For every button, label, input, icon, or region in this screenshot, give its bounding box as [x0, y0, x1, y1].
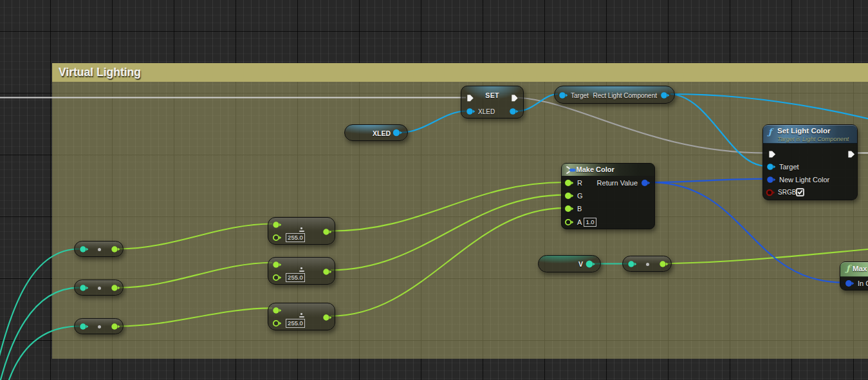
slc-srgb-pin[interactable] [766, 189, 777, 196]
exec-in-pin[interactable] [466, 94, 475, 102]
div1-b-value[interactable]: 255.0 [286, 233, 305, 242]
node-divide-b[interactable]: 255.0 [268, 303, 335, 330]
comment-box-title[interactable]: Virtual Lighting [52, 63, 868, 82]
conversion-dot-icon [98, 287, 101, 290]
blueprint-graph: Virtual Lighting SET XLED [0, 0, 868, 380]
get-v-output-pin[interactable] [586, 260, 596, 268]
node-get-rect-light-component[interactable]: Target Rect Light Component [554, 86, 675, 104]
divide-icon-bar [299, 271, 305, 272]
get-xled-label: XLED [373, 129, 391, 137]
node-conv-int-float-2[interactable] [74, 280, 124, 296]
mc-header: Make Color [562, 164, 654, 176]
get-v-label: V [578, 260, 583, 268]
div2-a-pin[interactable] [272, 261, 283, 269]
comment-title-text: Virtual Lighting [59, 66, 141, 79]
convv-in-pin[interactable] [627, 260, 638, 268]
mc-g-pin[interactable] [564, 192, 575, 200]
mc-a-value[interactable]: 1.0 [584, 218, 596, 227]
set-output-pin[interactable] [509, 108, 520, 115]
node-max-float[interactable]: ƒ Max (float) In Color [840, 261, 868, 290]
max-header: ƒ Max (float) [840, 262, 868, 277]
rect-target-label: Target [571, 92, 589, 100]
divide-icon-bar [299, 316, 305, 318]
conv2-in-pin[interactable] [79, 284, 90, 292]
node-get-v[interactable]: V [538, 255, 601, 272]
conversion-dot-icon [646, 263, 649, 266]
xled-input-label: XLED [478, 108, 495, 116]
slc-new-light-color-pin[interactable] [766, 176, 777, 184]
slc-srgb-label: SRGB [778, 189, 796, 196]
srgb-checkbox[interactable] [796, 188, 804, 196]
conversion-dot-icon [98, 248, 101, 251]
rect-target-input-pin[interactable] [559, 91, 569, 99]
slc-subtitle: Target is Light Component [777, 135, 849, 142]
rect-output-pin[interactable] [660, 91, 671, 99]
comment-box-body[interactable] [52, 63, 868, 359]
get-xled-output-pin[interactable] [392, 129, 403, 137]
div1-b-pin[interactable] [272, 234, 283, 242]
conv1-out-pin[interactable] [111, 245, 122, 253]
slc-title: Set Light Color [777, 127, 830, 135]
max-title: Max (float) [853, 265, 868, 272]
div2-out-pin[interactable] [322, 268, 333, 276]
slc-target-pin[interactable] [766, 163, 777, 171]
mc-r-label: R [577, 179, 582, 187]
function-icon: ƒ [846, 263, 850, 273]
div1-a-pin[interactable] [272, 221, 283, 229]
node-set-light-color[interactable]: ƒ Set Light Color Target is Light Compon… [762, 124, 858, 200]
node-conv-int-float-3[interactable] [74, 318, 124, 334]
divide-icon [300, 313, 302, 315]
mc-return-pin[interactable] [641, 179, 652, 187]
max-in-color-pin[interactable] [845, 280, 856, 287]
conv1-in-pin[interactable] [79, 245, 90, 253]
mc-return-label: Return Value [597, 179, 638, 187]
exec-out-pin[interactable] [511, 94, 519, 102]
mc-a-pin[interactable] [564, 218, 575, 226]
mc-a-label: A [577, 218, 582, 226]
divide-icon [300, 227, 302, 229]
node-divide-g[interactable]: 255.0 [268, 257, 335, 285]
node-make-color[interactable]: Make Color R G B A 1.0 Return Value [561, 163, 655, 229]
div2-b-pin[interactable] [272, 274, 283, 281]
slc-target-label: Target [779, 163, 799, 171]
div3-a-pin[interactable] [272, 307, 283, 314]
conversion-dot-icon [98, 325, 101, 328]
slc-header: ƒ Set Light Color Target is Light Compon… [763, 125, 857, 144]
div1-out-pin[interactable] [322, 228, 333, 236]
node-conv-int-float-1[interactable] [74, 241, 124, 257]
max-in-color-label: In Color [858, 280, 868, 287]
mc-title: Make Color [577, 166, 614, 173]
conv3-in-pin[interactable] [79, 323, 90, 330]
conv2-out-pin[interactable] [111, 284, 122, 292]
check-icon [797, 189, 803, 195]
mc-b-label: B [577, 205, 582, 213]
div3-b-pin[interactable] [272, 319, 283, 327]
node-divide-r[interactable]: 255.0 [268, 217, 335, 245]
rect-output-label: Rect Light Component [593, 92, 657, 100]
div2-b-value[interactable]: 255.0 [286, 273, 305, 282]
node-get-xled[interactable]: XLED [344, 124, 408, 141]
xled-input-pin[interactable] [466, 108, 477, 115]
divide-icon [300, 267, 302, 269]
div3-b-value[interactable]: 255.0 [286, 319, 305, 328]
node-set-xled[interactable]: SET XLED [461, 86, 524, 119]
divide-icon-bar [299, 231, 305, 232]
node-conv-int-float-v[interactable] [622, 256, 672, 272]
slc-exec-in-pin[interactable] [768, 150, 777, 158]
slc-exec-out-pin[interactable] [847, 150, 856, 158]
div3-out-pin[interactable] [322, 314, 333, 321]
mc-b-pin[interactable] [564, 205, 575, 213]
convv-out-pin[interactable] [659, 260, 670, 268]
slc-new-light-color-label: New Light Color [779, 176, 829, 184]
mc-r-pin[interactable] [564, 179, 575, 187]
mc-g-label: G [577, 192, 583, 200]
conv3-out-pin[interactable] [111, 323, 122, 330]
function-icon: ƒ [768, 127, 772, 137]
